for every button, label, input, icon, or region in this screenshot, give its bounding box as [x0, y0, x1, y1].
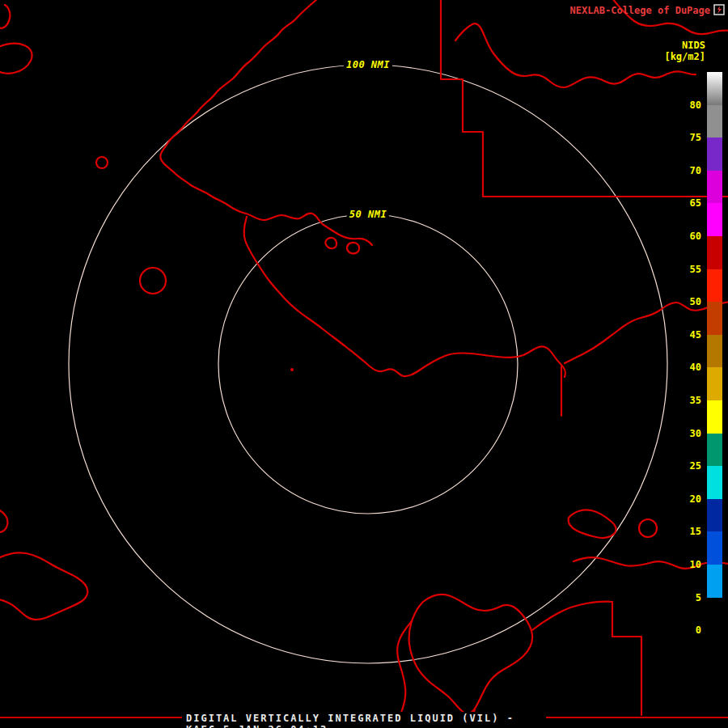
- landmass-bottom-center: [409, 595, 533, 713]
- colorbar-tick-label: 15: [690, 526, 701, 537]
- coastal-dot: [290, 368, 294, 371]
- coastline-north-peninsula: [191, 185, 372, 245]
- colorbar-tick-label: 20: [690, 493, 701, 505]
- colorbar-segment: [707, 466, 722, 499]
- colorbar-tick-label: 55: [690, 264, 701, 275]
- colorbar-tick-label: 30: [690, 428, 701, 439]
- coastline-south: [298, 311, 565, 377]
- boundary-staircase-bottom-right: [612, 602, 641, 715]
- colorbar-segment: [707, 400, 722, 434]
- product-title: DIGITAL VERTICALLY INTEGRATED LIQUID (VI…: [182, 712, 546, 728]
- colorbar-segment: [707, 171, 722, 204]
- colorbar-tick-label: 75: [690, 132, 701, 143]
- map-canvas: [0, 0, 728, 728]
- range-ring-label-100nmi: 100 NMI: [344, 59, 392, 70]
- lake-outline-right: [639, 519, 657, 537]
- island-top-left: [0, 44, 32, 74]
- colorbar-segment: [707, 565, 722, 598]
- colorbar-tick-label: 25: [690, 460, 701, 472]
- colorbar-segment: [707, 138, 722, 171]
- colorbar-segment: [707, 302, 722, 335]
- coastline-southeast: [565, 302, 728, 363]
- colorbar-segment: [707, 203, 722, 236]
- colorbar-segment: [707, 434, 722, 467]
- islet-left-edge: [0, 510, 7, 532]
- coastline-northeast: [455, 23, 696, 87]
- colorbar-tick-label: 10: [690, 559, 701, 570]
- coastline-right-edge: [574, 557, 728, 569]
- colorbar-tick-label: 80: [690, 99, 701, 111]
- colorbar-segment: [707, 236, 722, 269]
- coastline-west: [244, 217, 298, 311]
- small-island-2: [347, 243, 359, 254]
- colorbar-segments: [707, 72, 722, 630]
- colorbar-segment: [707, 335, 722, 368]
- colorbar-segment: [707, 367, 722, 400]
- range-ring-label-50nmi: 50 NMI: [347, 209, 389, 220]
- radar-display: NEXLAB-College of DuPage NIDS [kg/m2] 80…: [0, 0, 728, 728]
- island-bottom-right: [569, 510, 616, 538]
- boundary-staircase-northeast: [441, 0, 728, 197]
- brand-title: NEXLAB-College of DuPage: [570, 6, 710, 15]
- lake-outline-small: [96, 157, 108, 168]
- brand-icon: [713, 4, 725, 15]
- colorbar-tick-label: 65: [690, 197, 701, 209]
- colorbar-tick-label: 50: [690, 296, 701, 307]
- colorbar-tick-label: 35: [690, 395, 701, 406]
- colorbar-segment: [707, 531, 722, 565]
- units-label: [kg/m2]: [664, 52, 705, 61]
- colorbar-tick-label: 0: [696, 624, 701, 636]
- colorbar-segment: [707, 105, 722, 138]
- island-bottom-left: [0, 552, 87, 620]
- colorbar-tick-label: 70: [690, 165, 701, 176]
- small-island-1: [325, 238, 336, 248]
- colorbar-segment: [707, 598, 722, 631]
- colorbar-tick-label: 45: [690, 329, 701, 341]
- lake-outline-west: [140, 268, 166, 294]
- colorbar-segment: [707, 269, 722, 303]
- colorbar-tick-label: 5: [696, 592, 701, 603]
- coastline-northwest: [160, 0, 318, 185]
- colorbar-segment: [707, 499, 722, 532]
- colorbar-tick-label: 40: [690, 362, 701, 373]
- nids-label: NIDS: [682, 40, 705, 50]
- islet-top-left-corner: [0, 5, 10, 28]
- colorbar-tick-label: 60: [690, 231, 701, 242]
- colorbar-segment: [707, 72, 722, 105]
